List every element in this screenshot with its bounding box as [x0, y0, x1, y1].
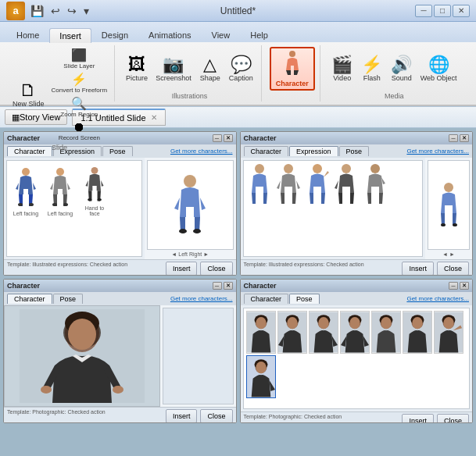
screenshot-button[interactable]: 📷 Screenshot: [152, 55, 195, 84]
tab-design[interactable]: Design: [91, 27, 138, 42]
ribbon: Home Insert Design Animations View Help …: [0, 22, 476, 106]
illustrated-dialog-2: Character ─ ✕ Character Expression Pose …: [240, 131, 474, 276]
photo-dialog-2-insert[interactable]: Insert: [402, 414, 434, 423]
dialog-2-tab-expression[interactable]: Expression: [289, 146, 338, 156]
pose-thumb-4[interactable]: [333, 163, 360, 206]
photo-dialog-2-tab-pose[interactable]: Pose: [289, 294, 320, 304]
save-icon[interactable]: 💾: [28, 4, 46, 18]
dialog-2-more-link[interactable]: Get more characters...: [406, 148, 469, 155]
zoom-region-button[interactable]: 🔍 Zoom Region: [49, 95, 110, 119]
char-item-1[interactable]: Left facing: [10, 164, 41, 219]
photo-thumb-1[interactable]: [246, 311, 276, 354]
dialog-1-more-link[interactable]: Get more characters...: [170, 148, 233, 155]
dialog-2-tab-character[interactable]: Character: [244, 146, 289, 156]
new-slide-button[interactable]: 🗋 New Slide: [9, 80, 48, 109]
pose-left[interactable]: ◄ Left: [171, 251, 188, 257]
svg-point-0: [289, 51, 295, 57]
tab-insert[interactable]: Insert: [49, 28, 91, 43]
record-screen-button[interactable]: ⏺ Record Screen: [49, 119, 110, 142]
dialog-2-insert-btn[interactable]: Insert: [402, 262, 434, 276]
character-label: Character: [276, 80, 309, 87]
flash-label: Flash: [363, 74, 381, 82]
more-icon[interactable]: ▾: [81, 4, 91, 18]
dialog-2-close-btn[interactable]: Close: [437, 262, 469, 276]
picture-button[interactable]: 🖼 Picture: [123, 55, 151, 84]
pose-right[interactable]: Right ►: [189, 251, 209, 257]
caption-button[interactable]: 💬 Caption: [226, 55, 256, 84]
tab-view[interactable]: View: [202, 27, 241, 42]
zoom-icon: 🔍: [71, 96, 87, 111]
svg-point-57: [443, 317, 453, 329]
slide-tab-close[interactable]: ✕: [151, 113, 157, 122]
dialog-1-tab-pose[interactable]: Pose: [102, 146, 133, 156]
maximize-button[interactable]: □: [434, 5, 451, 17]
character-button[interactable]: Character: [270, 47, 315, 91]
photo-dialog-2-close-btn[interactable]: Close: [437, 414, 469, 423]
character-items: Character: [270, 47, 315, 91]
flash-button[interactable]: ⚡ Flash: [358, 55, 386, 84]
photo-dialog-1-insert[interactable]: Insert: [166, 409, 198, 423]
record-icon: ⏺: [73, 120, 85, 134]
pose-left-2[interactable]: ◄: [442, 251, 448, 257]
shape-button[interactable]: △ Shape: [196, 55, 224, 84]
photo-dialog-2-close[interactable]: ✕: [460, 282, 469, 290]
sound-button[interactable]: 🔊 Sound: [388, 55, 416, 84]
screenshot-label: Screenshot: [156, 74, 191, 82]
dialog-1-template-label: Template: Illustrated expressions: Check…: [7, 262, 163, 276]
pose-thumb-1[interactable]: [246, 163, 274, 206]
photo-thumb-7[interactable]: [434, 311, 463, 354]
tab-home[interactable]: Home: [6, 27, 49, 42]
photo-thumb-4[interactable]: [340, 311, 370, 354]
dialog-1-close[interactable]: ✕: [224, 134, 233, 142]
minimize-button[interactable]: ─: [415, 5, 432, 17]
video-label: Video: [333, 74, 351, 82]
pose-right-2[interactable]: ►: [449, 251, 455, 257]
video-button[interactable]: 🎬 Video: [328, 55, 356, 84]
photo-dialog-2-more[interactable]: Get more characters...: [406, 295, 469, 302]
tab-help[interactable]: Help: [240, 27, 278, 42]
photo-dialog-1-tab-pose[interactable]: Pose: [53, 294, 84, 304]
char-item-3[interactable]: Hand to face: [79, 164, 110, 219]
dialog-2-minimize[interactable]: ─: [449, 134, 458, 142]
close-button[interactable]: ✕: [453, 5, 470, 17]
office-button[interactable]: a: [6, 2, 25, 20]
undo-icon[interactable]: ↩: [48, 4, 63, 18]
illustrations-group: 🖼 Picture 📷 Screenshot △ Shape 💬 Caption…: [118, 45, 262, 102]
photo-dialog-1-close-btn[interactable]: Close: [200, 409, 232, 423]
window-title: Untitled*: [220, 5, 256, 16]
slide-layer-button[interactable]: ⬛ Slide Layer: [49, 47, 110, 70]
photo-thumb-3[interactable]: [309, 311, 338, 354]
pose-thumb-2[interactable]: [275, 163, 302, 206]
dialog-2-action-bar: Template: Illustrated expressions: Check…: [241, 259, 473, 276]
dialog-1-tab-character[interactable]: Character: [7, 146, 52, 156]
caption-label: Caption: [229, 74, 253, 82]
slide-layer-icon: ⬛: [71, 48, 87, 62]
photo-thumb-5[interactable]: [371, 311, 401, 354]
photo-thumb-6[interactable]: [403, 311, 432, 354]
dialog-1-minimize[interactable]: ─: [213, 134, 222, 142]
dialog-2-tab-pose[interactable]: Pose: [339, 146, 370, 156]
photo-dialog-1-more[interactable]: Get more characters...: [170, 295, 233, 302]
svg-point-45: [349, 317, 360, 329]
dialog-2-close[interactable]: ✕: [460, 134, 469, 142]
illustrations-group-label: Illustrations: [172, 91, 208, 100]
pose-thumb-3[interactable]: [304, 163, 331, 206]
dialog-1-close-btn[interactable]: Close: [200, 262, 232, 276]
picture-label: Picture: [126, 74, 148, 82]
pose-thumb-5[interactable]: [362, 163, 389, 206]
web-object-button[interactable]: 🌐 Web Object: [417, 55, 460, 84]
ribbon-tabs: Home Insert Design Animations View Help: [0, 22, 476, 42]
photo-dialog-1-min[interactable]: ─: [213, 282, 222, 290]
photo-thumb-8[interactable]: [246, 355, 276, 398]
photo-thumb-2[interactable]: [277, 311, 307, 354]
svg-point-12: [184, 175, 196, 187]
dialog-1-insert-btn[interactable]: Insert: [166, 262, 198, 276]
photo-dialog-1-tab-char[interactable]: Character: [7, 294, 52, 304]
photo-dialog-2-min[interactable]: ─: [449, 282, 458, 290]
tab-animations[interactable]: Animations: [138, 27, 201, 42]
char-item-2[interactable]: Left facing: [45, 164, 76, 219]
photo-dialog-2-tab-char[interactable]: Character: [244, 294, 289, 304]
photo-dialog-1-close[interactable]: ✕: [224, 282, 233, 290]
convert-freeform-button[interactable]: ⚡ Convert to Freeform: [49, 71, 110, 94]
redo-icon[interactable]: ↪: [65, 4, 79, 18]
